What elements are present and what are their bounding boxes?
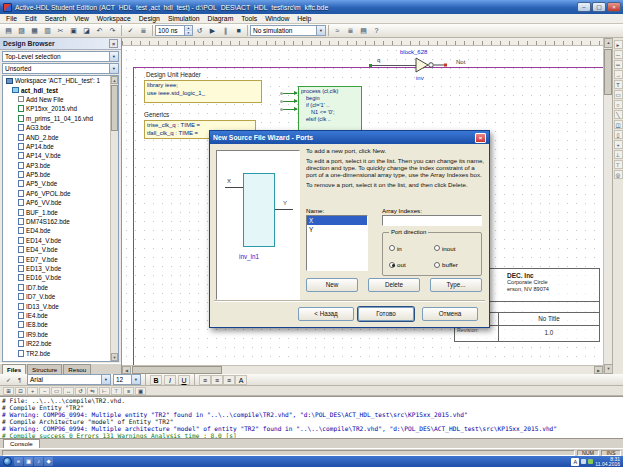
zoom-out-icon[interactable]: − [39, 387, 50, 395]
BUF_1.bde[interactable]: BUF_1.bde [3, 207, 110, 216]
bus-icon[interactable]: ═ [614, 60, 623, 69]
minimize-button[interactable]: – [577, 2, 591, 12]
AP6_VPOL.bde[interactable]: AP6_VPOL.bde [3, 189, 110, 198]
media-player-icon[interactable]: ♪ [34, 457, 43, 466]
font-size-combo[interactable]: 12 ▾ [113, 374, 141, 385]
sim-time-input[interactable]: 100 ns ▴ ▾ [155, 25, 193, 36]
line-icon[interactable]: ╲ [614, 110, 623, 119]
paste-icon[interactable]: ◪ [80, 25, 93, 37]
zoom-tool-icon[interactable]: ◎ [614, 170, 623, 179]
browser-tab[interactable]: Resou [63, 364, 91, 374]
spin-down-icon[interactable]: ▾ [185, 31, 192, 36]
cut-icon[interactable]: ✂ [54, 25, 67, 37]
tray-icon[interactable] [581, 459, 586, 464]
chevron-down-icon[interactable]: ▾ [131, 375, 140, 384]
rotate-icon[interactable]: ↺ [75, 387, 86, 395]
port-list-item[interactable]: Y [307, 225, 367, 234]
menu-item[interactable]: File [2, 15, 21, 22]
underline-button[interactable]: U [178, 375, 190, 385]
pause-icon[interactable]: ∥ [219, 25, 232, 37]
ie-icon[interactable]: e [14, 457, 23, 466]
browser-tab[interactable]: Structure [27, 364, 62, 374]
redo-icon[interactable]: ↷ [106, 25, 119, 37]
chevron-down-icon[interactable]: ▾ [109, 52, 118, 61]
stop-icon[interactable]: ■ [232, 25, 245, 37]
ED13_V.bde[interactable]: ED13_V.bde [3, 264, 110, 273]
delete-port-button[interactable]: Delete [368, 278, 420, 292]
text-icon[interactable]: T [614, 80, 623, 89]
AP14.bde[interactable]: AP14.bde [3, 142, 110, 151]
finish-button[interactable]: Готово [358, 307, 414, 321]
waveform-icon[interactable]: ≈ [331, 25, 344, 37]
text-color-icon[interactable]: A [235, 375, 247, 385]
dialog-close-button[interactable]: × [475, 133, 486, 143]
ellipse-icon[interactable]: ○ [614, 100, 623, 109]
input-pin[interactable] [283, 101, 297, 102]
font-family-combo[interactable]: Arial ▾ [27, 374, 111, 385]
input-pin[interactable] [283, 93, 297, 94]
library-icon[interactable]: ▤ [357, 25, 370, 37]
vertical-scrollbar[interactable]: ▲ ▼ [603, 38, 612, 374]
chevron-down-icon[interactable]: ▾ [109, 64, 118, 73]
menu-item[interactable]: Design [135, 15, 164, 22]
group-icon[interactable]: ▣ [135, 387, 146, 395]
menu-item[interactable]: Diagram [204, 15, 238, 22]
DM74S162.bde[interactable]: DM74S162.bde [3, 217, 110, 226]
scroll-up-icon[interactable]: ▲ [111, 76, 118, 84]
run-icon[interactable]: ▶ [206, 25, 219, 37]
pin-icon[interactable]: → [614, 70, 623, 79]
spellcheck-icon[interactable]: ✓ [3, 375, 14, 385]
AP14_V.bde[interactable]: AP14_V.bde [3, 151, 110, 160]
maximize-button[interactable]: ▢ [592, 2, 606, 12]
align-left-edge-icon[interactable]: ⊢ [99, 387, 110, 395]
open-file-icon[interactable]: ▨ [15, 25, 28, 37]
menu-item[interactable]: View [70, 15, 93, 22]
input-pin[interactable] [283, 109, 297, 110]
snap-icon[interactable]: ⊡ [15, 387, 26, 395]
process-block[interactable]: process (cl,clk)beginif (cl='1' ..N1 <= … [298, 86, 362, 134]
console-output[interactable]: # File: ..\..\..\compile\TR2.vhd.# Compi… [0, 396, 623, 438]
menu-item[interactable]: Window [261, 15, 293, 22]
undo-icon[interactable]: ↶ [93, 25, 106, 37]
ID13_V.bde[interactable]: ID13_V.bde [3, 301, 110, 310]
IR22.bde[interactable]: IR22.bde [3, 339, 110, 348]
zoom-in-icon[interactable]: + [27, 387, 38, 395]
close-button[interactable]: × [607, 2, 621, 12]
power-icon[interactable]: ⊤ [614, 160, 623, 169]
menu-item[interactable]: Help [293, 15, 315, 22]
rect-icon[interactable]: ▭ [614, 90, 623, 99]
compile-all-icon[interactable]: ≣ [137, 25, 150, 37]
fub-icon[interactable]: ▯ [614, 130, 623, 139]
tree-design-item[interactable]: act_hdl_test [3, 85, 110, 94]
align-left-icon[interactable]: ≡ [199, 375, 211, 385]
m_prims_11_04_16.vhd[interactable]: m_prims_11_04_16.vhd [3, 114, 110, 123]
array-indexes-field[interactable] [382, 215, 482, 226]
IR9.bde[interactable]: IR9.bde [3, 330, 110, 339]
back-button[interactable]: < Назад [298, 307, 354, 321]
scroll-down-icon[interactable]: ▼ [111, 353, 118, 361]
connect-icon[interactable]: + [614, 140, 623, 149]
inverter-gate[interactable] [414, 56, 454, 74]
explorer-icon[interactable]: ▣ [24, 457, 33, 466]
ED7_V.bde[interactable]: ED7_V.bde [3, 254, 110, 263]
scroll-right-icon[interactable]: ▶ [594, 366, 603, 374]
port-type-button[interactable]: Type... [430, 278, 482, 292]
taskbar-clock[interactable]: 8:31 11.04.2016 [595, 457, 620, 467]
IE8.bde[interactable]: IE8.bde [3, 320, 110, 329]
menu-item[interactable]: Workspace [93, 15, 135, 22]
list-icon[interactable]: ≣ [344, 25, 357, 37]
symbol-icon[interactable]: ◫ [614, 120, 623, 129]
wire-q[interactable] [372, 65, 416, 66]
ID7_V.bde[interactable]: ID7_V.bde [3, 292, 110, 301]
AP5_V.bde[interactable]: AP5_V.bde [3, 179, 110, 188]
top-level-combo[interactable]: Top-Level selection ▾ [2, 51, 119, 62]
sim-time-spinner[interactable]: ▴ ▾ [184, 26, 192, 35]
start-button[interactable] [3, 457, 12, 466]
print-icon[interactable]: ▥ [41, 25, 54, 37]
align-top-edge-icon[interactable]: ⊤ [111, 387, 122, 395]
port-direction-radio[interactable]: inout [434, 245, 479, 252]
tree-add-new-file-item[interactable]: Add New File [3, 95, 110, 104]
tree-scrollbar[interactable]: ▲ ▼ [110, 76, 118, 361]
ED14_V.bde[interactable]: ED14_V.bde [3, 236, 110, 245]
scrollbar-thumb[interactable] [132, 366, 222, 374]
